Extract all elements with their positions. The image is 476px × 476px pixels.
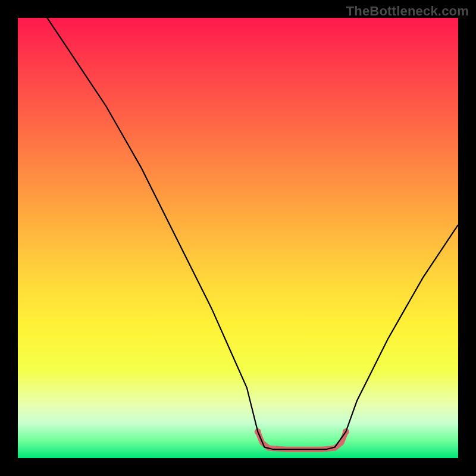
curve-svg [18, 18, 458, 458]
bottleneck-curve [18, 0, 458, 449]
plot-area [18, 18, 458, 458]
watermark-text: TheBottleneck.com [346, 4, 469, 19]
chart-frame: TheBottleneck.com [0, 0, 476, 476]
